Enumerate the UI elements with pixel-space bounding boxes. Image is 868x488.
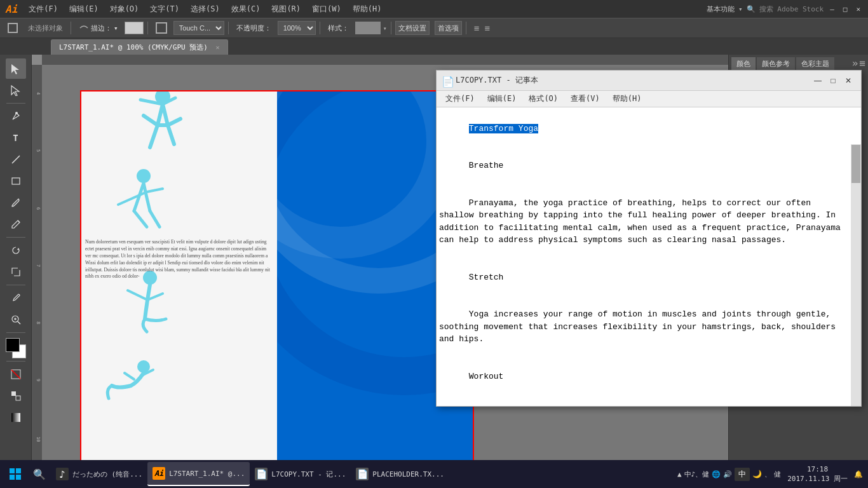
fill-btn[interactable] (6, 386, 26, 406)
style-dropdown-arrow[interactable]: ▾ (383, 25, 387, 32)
workspace-label[interactable]: 基本功能 (707, 4, 735, 14)
menu-select[interactable]: 选择(S) (186, 3, 225, 16)
menu-icon[interactable]: ≡ (859, 57, 865, 71)
gradient-btn[interactable] (6, 407, 26, 428)
notepad-content[interactable]: Transform Yoga Breathe Pranayama, the yo… (437, 107, 861, 406)
foreground-color-swatch[interactable] (6, 338, 20, 352)
notepad-menu-format[interactable]: 格式(O) (522, 92, 564, 105)
notepad-menubar: 文件(F) 编辑(E) 格式(O) 查看(V) 帮助(H) (437, 91, 861, 107)
rect-tool[interactable] (6, 171, 26, 191)
color-swatches[interactable] (6, 338, 26, 358)
notepad-minimize-btn[interactable]: — (810, 73, 825, 88)
scale-tool[interactable] (6, 262, 26, 282)
ruler-left-label: 4 (32, 91, 42, 96)
extra-controls[interactable]: ≡ ≡ (470, 22, 494, 34)
rotate-icon (10, 245, 22, 256)
start-button[interactable] (3, 461, 28, 487)
svg-line-3 (12, 156, 20, 163)
gradient-icon (10, 412, 22, 423)
taskbar-app-notepad2[interactable]: 📄 PLACEHOLDER.TX... (351, 462, 449, 486)
color-ref-tab[interactable]: 颜色参考 (757, 57, 795, 71)
menu-object[interactable]: 对象(O) (105, 3, 144, 16)
tool-separator-4 (6, 332, 25, 333)
eyedropper-tool[interactable] (6, 288, 26, 308)
menu-edit[interactable]: 编辑(E) (64, 3, 104, 16)
volume-icon[interactable]: 🔊 (723, 470, 732, 478)
pen-tool[interactable] (6, 106, 26, 126)
tool-separator-1 (6, 103, 25, 104)
notepad-menu-view[interactable]: 查看(V) (564, 92, 606, 105)
color-theme-tab[interactable]: 色彩主题 (796, 57, 834, 71)
touch-dropdown[interactable]: Touch C... (173, 21, 224, 35)
select-tool[interactable] (6, 58, 26, 79)
taskbar-tray: ▲ 中♪、健 🌐 🔊 中 🌙 、 健 17:18 2017.11.13 周一 🔔 (677, 464, 865, 484)
rotate-tool[interactable] (6, 240, 26, 261)
direct-select-tool[interactable] (6, 80, 26, 100)
doc-settings-btn[interactable]: 文档设置 (395, 21, 430, 35)
menu-view[interactable]: 视图(R) (266, 3, 306, 16)
svg-rect-4 (12, 178, 20, 184)
menu-help[interactable]: 帮助(H) (348, 3, 387, 16)
notepad-close-btn[interactable]: ✕ (841, 73, 856, 88)
notepad-menu-edit[interactable]: 编辑(E) (481, 92, 523, 105)
svg-point-18 (137, 169, 151, 183)
artboard-left: Num doloreetum ven esequam ver suscipist… (80, 90, 277, 469)
brush-tool[interactable] (6, 193, 26, 213)
zoom-tool[interactable] (6, 309, 26, 330)
restore-icon[interactable]: □ (841, 5, 850, 13)
ruler-left-label6: 9 (32, 377, 42, 383)
notification-icon[interactable]: 🔔 (854, 470, 863, 478)
color-swatch[interactable] (125, 22, 144, 34)
menu-text[interactable]: 文字(T) (145, 3, 184, 16)
tool-separator-2 (6, 237, 25, 238)
tab-close-btn[interactable]: ✕ (216, 44, 220, 51)
fill-icon (10, 390, 22, 402)
type-tool[interactable]: T (6, 128, 26, 148)
eyedropper-icon (10, 292, 22, 304)
style-swatch[interactable] (355, 22, 381, 34)
svg-rect-24 (10, 468, 15, 473)
taskbar-time[interactable]: 17:18 2017.11.13 周一 (783, 464, 851, 484)
network-icon[interactable]: 🌐 (712, 470, 721, 478)
color-tab[interactable]: 颜色 (731, 57, 756, 71)
type-icon: T (13, 133, 18, 143)
stroke-style-indicator[interactable] (152, 21, 171, 35)
style-label: 样式： (324, 22, 353, 34)
notepad-restore-btn[interactable]: □ (825, 73, 841, 88)
expand-icon[interactable]: » (852, 57, 858, 71)
search-placeholder[interactable]: 搜索 Adobe Stock (759, 4, 824, 14)
close-icon[interactable]: ✕ (853, 5, 863, 13)
taskbar-app-music[interactable]: ♪ だっための (纯音... (51, 462, 147, 486)
ime-indicator[interactable]: 中 (735, 468, 750, 481)
workspace-dropdown-icon[interactable]: ▾ (738, 5, 743, 13)
tray-icons: 中♪、健 (684, 470, 710, 479)
opacity-dropdown[interactable]: 100% (278, 21, 316, 35)
taskbar-app-notepad1[interactable]: 📄 L7COPY.TXT - 记... (250, 462, 351, 486)
minimize-icon[interactable]: — (827, 5, 837, 13)
line-tool[interactable] (6, 149, 26, 170)
fill-none-btn[interactable] (6, 364, 26, 384)
notepad-scrollbar-thumb[interactable] (851, 145, 860, 183)
menu-effect[interactable]: 效果(C) (226, 3, 266, 16)
notepad-scrollbar[interactable] (851, 144, 861, 406)
illustrator-app-icon: Ai (153, 467, 165, 480)
search-icon[interactable]: 🔍 (747, 5, 756, 13)
menu-window[interactable]: 窗口(W) (307, 3, 346, 16)
taskbar-search-btn[interactable]: 🔍 (28, 463, 51, 485)
notepad-menu-file[interactable]: 文件(F) (439, 92, 481, 105)
toolbar: 未选择对象 描边： ▾ Touch C... 不透明度： 100% 样式： ▾ … (0, 18, 868, 38)
rect-icon (10, 175, 22, 187)
taskbar-app-illustrator[interactable]: Ai L7START_1.AI* @... (147, 462, 250, 486)
svg-line-8 (18, 322, 20, 324)
menu-file[interactable]: 文件(F) (24, 3, 63, 16)
show-hidden-icons[interactable]: ▲ (677, 470, 682, 478)
notepad2-app-icon: 📄 (356, 468, 369, 480)
opacity-label: 不透明度： (233, 22, 275, 34)
top-right-controls: 基本功能 ▾ 🔍 搜索 Adobe Stock — □ ✕ (707, 4, 863, 14)
notepad-menu-help[interactable]: 帮助(H) (606, 92, 648, 105)
notepad-heading3: Workout (469, 372, 504, 381)
preferences-btn[interactable]: 首选项 (435, 21, 462, 35)
document-tab[interactable]: L7START_1.AI* @ 100% (CMYK/GPU 预选) ✕ (51, 39, 228, 55)
stroke-tool[interactable]: 描边： ▾ (75, 22, 122, 34)
pencil-tool[interactable] (6, 214, 26, 234)
